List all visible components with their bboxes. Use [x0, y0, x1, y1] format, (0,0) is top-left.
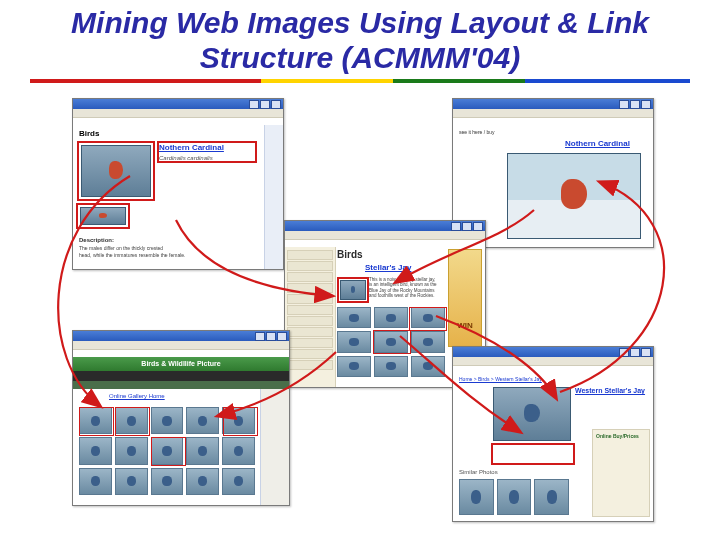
- gallery-thumb: [186, 468, 219, 495]
- tab-bar: [73, 381, 289, 389]
- similar-thumb: [534, 479, 569, 515]
- browser-window-jay-detail: Home > Birds > Western Stellar's Jay Wes…: [452, 346, 654, 522]
- slide: Mining Web Images Using Layout & Link St…: [0, 0, 720, 540]
- max-icon: [630, 100, 640, 109]
- nav-item: [287, 250, 333, 260]
- browser-toolbar: [73, 109, 283, 118]
- max-icon: [260, 100, 270, 109]
- gallery-thumb: [151, 407, 184, 434]
- left-nav: [285, 247, 336, 387]
- right-sidebar: [260, 389, 289, 505]
- right-sidebar: [264, 125, 283, 269]
- cardinal-thumb: [80, 207, 126, 225]
- nav-item: [287, 327, 333, 337]
- cardinal-photo: [81, 145, 151, 197]
- window-titlebar: [73, 99, 283, 109]
- bird-thumb: [337, 307, 371, 328]
- gallery-thumb: [79, 437, 112, 464]
- gallery-thumb: [186, 407, 219, 434]
- bird-thumb: [411, 356, 445, 377]
- browser-window-gallery: Birds & Wildllife Picture Online Gallery…: [72, 330, 290, 506]
- panel-heading: Online Buy/Prices: [596, 433, 639, 439]
- highlight-box-species-name: [157, 141, 257, 163]
- sidebar-ad: WIN: [448, 249, 482, 347]
- bird-thumb: [337, 356, 371, 377]
- desc-line-2: head, while the immatures resemble the f…: [79, 252, 261, 258]
- gallery-thumb: [222, 437, 255, 464]
- page-banner: Birds & Wildllife Picture: [73, 357, 289, 371]
- photo-title: Western Stellar's Jay: [575, 387, 645, 394]
- close-icon: [277, 332, 287, 341]
- window-titlebar: [285, 221, 485, 231]
- bird-thumb: [374, 307, 408, 328]
- highlight-box-grid-thumb-2: [409, 307, 447, 331]
- window-titlebar: [73, 331, 289, 341]
- max-icon: [266, 332, 276, 341]
- page-content: Birds & Wildllife Picture Online Gallery…: [73, 357, 289, 505]
- browser-toolbar: [453, 109, 653, 118]
- close-icon: [473, 222, 483, 231]
- jay-large-photo: [493, 387, 571, 441]
- gallery-thumb: [115, 468, 148, 495]
- highlight-box-cardinal-photo: [77, 141, 155, 201]
- window-titlebar: [453, 347, 653, 357]
- highlight-box-g3: [223, 407, 258, 436]
- min-icon: [619, 100, 629, 109]
- similar-thumb: [459, 479, 494, 515]
- desc-label: Description:: [79, 237, 114, 243]
- close-icon: [641, 348, 651, 357]
- highlight-box-jay-thumb: [337, 277, 369, 303]
- highlight-box-g2: [115, 407, 150, 436]
- gallery-thumb: [151, 468, 184, 495]
- photo-title: Nothern Cardinal: [565, 139, 630, 148]
- section-label: Similar Photos: [459, 469, 498, 475]
- brand: Birds: [337, 249, 363, 260]
- max-icon: [462, 222, 472, 231]
- page-content: Home > Birds > Western Stellar's Jay Wes…: [453, 373, 653, 521]
- nav-item: [287, 349, 333, 359]
- highlight-box-g1: [79, 407, 114, 436]
- nav-item: [287, 338, 333, 348]
- min-icon: [255, 332, 265, 341]
- breadcrumb: Home > Birds > Western Stellar's Jay: [459, 376, 542, 382]
- dark-header: [73, 371, 289, 381]
- close-icon: [271, 100, 281, 109]
- min-icon: [249, 100, 259, 109]
- browser-toolbar: [285, 231, 485, 240]
- bird-thumb: [374, 356, 408, 377]
- close-icon: [641, 100, 651, 109]
- species-blurb: This is a noisy, friendly stellar jay, i…: [369, 277, 439, 299]
- nav-item: [287, 294, 333, 304]
- ad-text: WIN: [449, 321, 481, 330]
- similar-thumb: [497, 479, 532, 515]
- slide-title: Mining Web Images Using Layout & Link St…: [0, 0, 720, 75]
- highlight-box-grid-thumb-1: [373, 330, 411, 354]
- nav-item: [287, 360, 333, 370]
- page-content: Birds Nothern Cardinal Cardinalis cardin…: [73, 125, 283, 269]
- gallery-thumb: [79, 468, 112, 495]
- breadcrumb: see it here / buy: [459, 129, 495, 135]
- rainbow-divider: [30, 79, 690, 83]
- jay-thumb: [340, 280, 366, 300]
- highlight-box-thumb: [76, 203, 130, 229]
- bird-thumb: [411, 331, 445, 352]
- browser-window-cardinal-article: Birds Nothern Cardinal Cardinalis cardin…: [72, 98, 284, 270]
- nav-item: [287, 272, 333, 282]
- nav-item: [287, 316, 333, 326]
- gallery-thumb: [186, 437, 219, 464]
- nav-item: [287, 261, 333, 271]
- browser-toolbar: [73, 341, 289, 350]
- cardinal-large-photo: [507, 153, 641, 239]
- min-icon: [619, 348, 629, 357]
- page-heading: Birds: [79, 129, 99, 138]
- similar-thumbs: [459, 479, 569, 515]
- desc-line-1: The males differ on the thickly crested: [79, 245, 261, 251]
- gallery-thumb: [222, 468, 255, 495]
- nav-item: [287, 283, 333, 293]
- max-icon: [630, 348, 640, 357]
- window-titlebar: [453, 99, 653, 109]
- species-heading: Stellar's Jay: [365, 263, 411, 272]
- nav-item: [287, 305, 333, 315]
- browser-toolbar: [453, 357, 653, 366]
- gallery-thumb: [115, 437, 148, 464]
